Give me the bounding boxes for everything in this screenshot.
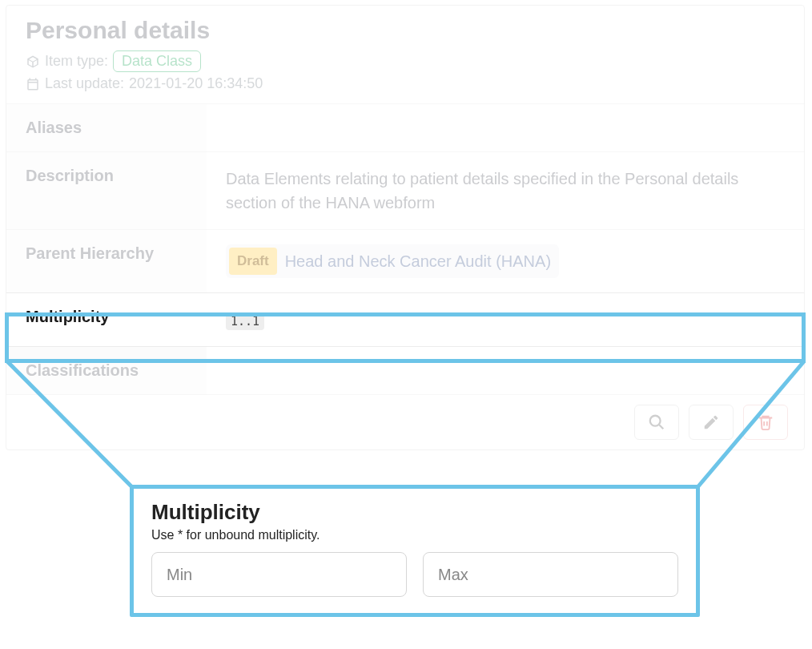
last-update-label: Last update: — [45, 75, 124, 92]
cube-icon — [26, 54, 40, 69]
trash-icon — [757, 413, 774, 431]
item-type-label: Item type: — [45, 53, 108, 70]
aliases-value — [207, 104, 804, 151]
action-bar — [6, 394, 804, 449]
draft-badge: Draft — [229, 248, 277, 275]
details-panel: Personal details Item type: Data Class L… — [6, 5, 805, 450]
parent-hierarchy-row: Parent Hierarchy Draft Head and Neck Can… — [6, 229, 804, 292]
description-key: Description — [6, 152, 207, 229]
classifications-key: Classifications — [6, 347, 207, 394]
aliases-key: Aliases — [6, 104, 207, 151]
delete-button[interactable] — [743, 405, 788, 440]
aliases-row: Aliases — [6, 103, 804, 151]
parent-hierarchy-key: Parent Hierarchy — [6, 230, 207, 292]
multiplicity-callout: Multiplicity Use * for unbound multiplic… — [130, 485, 700, 617]
last-update-value: 2021-01-20 16:34:50 — [129, 75, 263, 92]
multiplicity-badge: 1..1 — [226, 312, 264, 330]
svg-point-0 — [650, 415, 661, 425]
svg-line-1 — [659, 424, 664, 429]
min-field[interactable] — [151, 552, 407, 597]
description-row: Description Data Elements relating to pa… — [6, 151, 804, 229]
page-title: Personal details — [26, 17, 785, 44]
pencil-icon — [702, 413, 720, 431]
multiplicity-value: 1..1 — [207, 293, 804, 346]
search-button[interactable] — [634, 405, 679, 440]
parent-hierarchy-value: Draft Head and Neck Cancer Audit (HANA) — [207, 230, 804, 292]
panel-header: Personal details Item type: Data Class L… — [6, 6, 804, 103]
classifications-value — [207, 347, 804, 394]
min-max-fields — [151, 552, 678, 597]
parent-chip[interactable]: Draft Head and Neck Cancer Audit (HANA) — [226, 244, 559, 278]
item-type-badge: Data Class — [113, 50, 201, 72]
search-icon — [648, 413, 665, 431]
multiplicity-key: Multiplicity — [6, 293, 207, 346]
item-type-row: Item type: Data Class — [26, 50, 785, 72]
description-value: Data Elements relating to patient detail… — [207, 152, 804, 229]
max-field[interactable] — [423, 552, 678, 597]
multiplicity-row: Multiplicity 1..1 — [6, 292, 804, 346]
edit-button[interactable] — [689, 405, 734, 440]
last-update-row: Last update: 2021-01-20 16:34:50 — [26, 75, 785, 92]
parent-link[interactable]: Head and Neck Cancer Audit (HANA) — [285, 249, 551, 273]
calendar-icon — [26, 77, 40, 91]
callout-hint: Use * for unbound multiplicity. — [151, 528, 678, 542]
classifications-row: Classifications — [6, 346, 804, 394]
callout-title: Multiplicity — [151, 500, 678, 525]
